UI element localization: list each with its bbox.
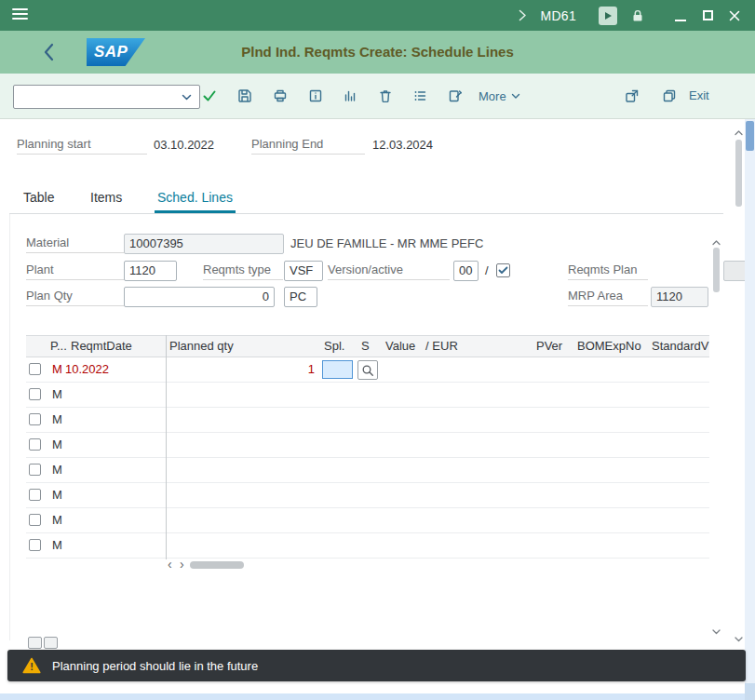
chevron-right-icon[interactable] [519,9,527,21]
save-button[interactable] [233,84,257,108]
scroll-down-icon[interactable] [712,622,721,639]
period-indicator-cell[interactable]: M [52,433,62,457]
table-page-button[interactable] [44,637,58,649]
period-indicator-cell[interactable]: M [52,383,62,407]
column-header[interactable]: StandardV [648,336,709,357]
cascade-windows-icon [662,88,677,103]
table-row[interactable]: M [26,508,709,533]
table-body: M 10.2022 1 M M M M M [26,357,709,559]
row-checkbox[interactable] [29,464,41,476]
maximize-button[interactable] [700,8,715,23]
plant-input[interactable]: 1120 [124,261,177,281]
reqmt-date-cell[interactable]: 10.2022 [65,357,109,382]
planned-qty-cell[interactable] [166,533,320,558]
plan-qty-unit-input[interactable]: PC [284,287,317,307]
table-row[interactable]: M [26,483,709,508]
scroll-left-icon[interactable]: ‹ [168,558,172,571]
delete-button[interactable] [373,84,398,108]
table-page-button[interactable] [28,637,42,649]
period-indicator-cell[interactable]: M [52,533,62,558]
content-area: Planning start 03.10.2022 Planning End 1… [0,119,732,650]
table-row[interactable]: M [26,433,709,458]
table-row[interactable]: M [26,408,709,433]
version-input[interactable]: 00 [453,261,479,281]
command-combobox[interactable] [13,85,200,109]
column-header[interactable]: Spl. [320,336,357,357]
page-scrollbar-thumb[interactable] [746,121,754,151]
mrp-area-input[interactable]: 1120 [651,287,708,307]
period-indicator-cell[interactable]: M [52,408,62,432]
material-input[interactable]: 10007395 [124,234,284,254]
row-checkbox[interactable] [29,363,41,375]
edit-button[interactable] [443,84,467,108]
column-header[interactable]: Value / EUR [382,336,533,357]
column-header[interactable]: PVer [533,336,573,357]
scroll-down-icon[interactable] [735,629,743,646]
planned-qty-cell[interactable] [166,458,320,482]
horizontal-scrollbar[interactable]: ‹ › [26,559,709,572]
lock-icon[interactable] [628,7,647,25]
planned-qty-cell[interactable] [166,508,320,532]
period-indicator-cell[interactable]: M [52,483,62,507]
list-button[interactable] [408,84,432,108]
content-scrollbar[interactable] [732,121,746,648]
reqmts-type-input[interactable]: VSF [284,261,323,281]
transaction-code: MD61 [540,8,576,23]
continue-button[interactable] [197,84,222,108]
focused-cell[interactable] [322,360,353,379]
print-button[interactable] [268,84,292,108]
row-checkbox[interactable] [29,388,41,400]
horizontal-scrollbar-thumb[interactable] [190,561,244,569]
page-title: Plnd Ind. Reqmts Create: Schedule Lines [0,31,755,74]
tab-items[interactable]: Items [88,184,125,213]
planned-qty-cell[interactable] [166,383,320,407]
row-checkbox[interactable] [29,438,41,451]
table-row[interactable]: M [26,383,709,408]
open-new-window-button[interactable] [620,84,644,108]
row-checkbox[interactable] [29,489,41,501]
panel-scrollbar-thumb[interactable] [713,248,720,292]
column-header[interactable]: P... [47,336,67,357]
more-button[interactable]: More [479,84,520,108]
version-active-checkbox[interactable] [496,263,510,277]
row-checkbox[interactable] [29,539,41,551]
sort-columns-button[interactable] [338,84,362,108]
tab-table[interactable]: Table [20,184,57,213]
column-header[interactable]: ReqmtDate [67,336,166,357]
period-indicator-cell[interactable]: M [52,458,62,482]
period-indicator-cell[interactable]: M [52,508,62,532]
plan-qty-input[interactable]: 0 [124,287,275,307]
table-row[interactable]: M 10.2022 1 [26,357,709,383]
tab-sched-lines[interactable]: Sched. Lines [155,184,236,213]
table-row[interactable]: M [26,458,709,483]
play-icon[interactable] [599,7,617,25]
table-row[interactable]: M [26,533,709,559]
info-icon [308,88,323,103]
column-header[interactable]: S [357,336,382,357]
info-button[interactable] [303,84,328,108]
row-checkbox[interactable] [29,413,41,425]
close-button[interactable] [727,8,742,23]
material-label: Material [26,235,124,253]
column-header[interactable]: BOMExpNo [573,336,648,357]
scroll-right-icon[interactable]: › [180,558,184,571]
planned-qty-cell[interactable] [166,408,320,432]
cascade-windows-button[interactable] [657,84,681,108]
minimize-button[interactable] [673,8,688,23]
page-scrollbar[interactable] [745,119,755,700]
version-active-label: Version/active [328,262,450,280]
column-header[interactable] [26,336,47,357]
period-indicator-cell[interactable]: M [52,357,62,382]
row-checkbox[interactable] [29,514,41,526]
planned-qty-cell[interactable] [166,483,320,507]
column-header[interactable]: Planned qty [166,336,320,357]
panel-scrollbar[interactable] [709,231,723,640]
planned-qty-cell[interactable]: 1 [166,357,320,382]
value-help-button[interactable] [357,360,378,380]
exit-button[interactable]: Exit [689,84,709,108]
menu-icon[interactable] [12,8,28,22]
topbar: MD61 [0,0,755,31]
planned-qty-cell[interactable] [166,433,320,457]
scroll-up-icon[interactable] [735,123,743,140]
content-scrollbar-thumb[interactable] [735,140,742,207]
